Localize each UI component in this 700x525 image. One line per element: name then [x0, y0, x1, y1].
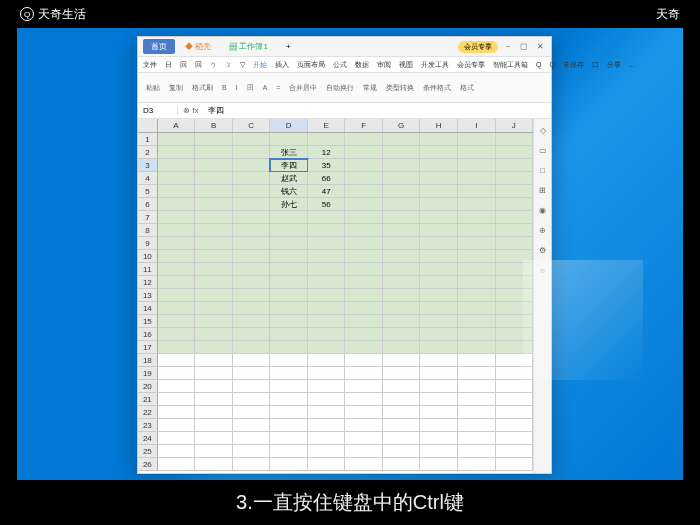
row-header-23[interactable]: 23	[138, 419, 158, 432]
cell-E21[interactable]	[308, 393, 346, 406]
row-header-26[interactable]: 26	[138, 458, 158, 471]
menu-item-17[interactable]: Q	[536, 61, 541, 68]
cell-F13[interactable]	[345, 289, 383, 302]
cell-A18[interactable]	[158, 354, 196, 367]
row-header-2[interactable]: 2	[138, 146, 158, 159]
cell-F3[interactable]	[345, 159, 383, 172]
cell-J24[interactable]	[496, 432, 533, 445]
toolbar-item-8[interactable]: 合并居中	[286, 83, 320, 93]
row-header-22[interactable]: 22	[138, 406, 158, 419]
cell-A15[interactable]	[158, 315, 196, 328]
cell-I6[interactable]	[458, 198, 496, 211]
cell-H14[interactable]	[420, 302, 458, 315]
cell-F19[interactable]	[345, 367, 383, 380]
cell-A1[interactable]	[158, 133, 196, 146]
menu-item-2[interactable]: 回	[180, 60, 187, 70]
cell-I11[interactable]	[458, 263, 496, 276]
panel-icon-3[interactable]: ⊞	[537, 184, 549, 196]
toolbar-item-11[interactable]: 类型转换	[383, 83, 417, 93]
cell-J26[interactable]	[496, 458, 533, 471]
cell-B24[interactable]	[195, 432, 233, 445]
cell-J1[interactable]	[496, 133, 533, 146]
cell-reference-box[interactable]: D3	[138, 106, 178, 115]
row-header-13[interactable]: 13	[138, 289, 158, 302]
cell-E2[interactable]: 12	[308, 146, 346, 159]
cell-D16[interactable]	[270, 328, 308, 341]
cell-E6[interactable]: 56	[308, 198, 346, 211]
cell-G15[interactable]	[383, 315, 421, 328]
cell-E14[interactable]	[308, 302, 346, 315]
cell-B4[interactable]	[195, 172, 233, 185]
cell-E18[interactable]	[308, 354, 346, 367]
cell-A22[interactable]	[158, 406, 196, 419]
cell-A26[interactable]	[158, 458, 196, 471]
cell-E24[interactable]	[308, 432, 346, 445]
menu-item-19[interactable]: 未保存	[563, 60, 584, 70]
cell-B15[interactable]	[195, 315, 233, 328]
cell-C11[interactable]	[233, 263, 271, 276]
cell-F5[interactable]	[345, 185, 383, 198]
cell-B1[interactable]	[195, 133, 233, 146]
column-header-B[interactable]: B	[195, 119, 233, 132]
cell-F11[interactable]	[345, 263, 383, 276]
cell-J15[interactable]	[496, 315, 533, 328]
column-header-E[interactable]: E	[308, 119, 346, 132]
cell-H5[interactable]	[420, 185, 458, 198]
cell-B17[interactable]	[195, 341, 233, 354]
cell-I5[interactable]	[458, 185, 496, 198]
cell-A19[interactable]	[158, 367, 196, 380]
toolbar-item-1[interactable]: 复制	[166, 83, 186, 93]
cell-D5[interactable]: 钱六	[270, 185, 308, 198]
row-header-18[interactable]: 18	[138, 354, 158, 367]
toolbar-item-4[interactable]: I	[233, 84, 241, 91]
cell-I12[interactable]	[458, 276, 496, 289]
menu-item-1[interactable]: 日	[165, 60, 172, 70]
cell-D15[interactable]	[270, 315, 308, 328]
panel-icon-4[interactable]: ◉	[537, 204, 549, 216]
cell-I26[interactable]	[458, 458, 496, 471]
formula-input[interactable]: 李四	[203, 105, 551, 116]
cell-G16[interactable]	[383, 328, 421, 341]
cell-H2[interactable]	[420, 146, 458, 159]
cell-A5[interactable]	[158, 185, 196, 198]
cell-G17[interactable]	[383, 341, 421, 354]
cell-C5[interactable]	[233, 185, 271, 198]
cell-C22[interactable]	[233, 406, 271, 419]
cell-J13[interactable]	[496, 289, 533, 302]
menu-item-3[interactable]: 回	[195, 60, 202, 70]
cell-F23[interactable]	[345, 419, 383, 432]
panel-icon-0[interactable]: ◇	[537, 124, 549, 136]
cell-J19[interactable]	[496, 367, 533, 380]
cell-B9[interactable]	[195, 237, 233, 250]
cell-C14[interactable]	[233, 302, 271, 315]
cell-F2[interactable]	[345, 146, 383, 159]
cell-D4[interactable]: 赵武	[270, 172, 308, 185]
cell-J12[interactable]	[496, 276, 533, 289]
cell-F26[interactable]	[345, 458, 383, 471]
cell-G14[interactable]	[383, 302, 421, 315]
minimize-icon[interactable]: −	[502, 41, 514, 53]
cell-B18[interactable]	[195, 354, 233, 367]
cell-G1[interactable]	[383, 133, 421, 146]
cell-J6[interactable]	[496, 198, 533, 211]
cell-H12[interactable]	[420, 276, 458, 289]
cell-C7[interactable]	[233, 211, 271, 224]
cell-A16[interactable]	[158, 328, 196, 341]
cell-J10[interactable]	[496, 250, 533, 263]
cell-E8[interactable]	[308, 224, 346, 237]
cell-B12[interactable]	[195, 276, 233, 289]
cell-B10[interactable]	[195, 250, 233, 263]
cell-I23[interactable]	[458, 419, 496, 432]
close-icon[interactable]: ✕	[534, 41, 546, 53]
cell-D21[interactable]	[270, 393, 308, 406]
cell-D18[interactable]	[270, 354, 308, 367]
cell-F8[interactable]	[345, 224, 383, 237]
cell-F1[interactable]	[345, 133, 383, 146]
cell-E4[interactable]: 66	[308, 172, 346, 185]
cell-F24[interactable]	[345, 432, 383, 445]
cell-J22[interactable]	[496, 406, 533, 419]
toolbar-item-2[interactable]: 格式刷	[189, 83, 216, 93]
cell-D26[interactable]	[270, 458, 308, 471]
cell-H3[interactable]	[420, 159, 458, 172]
cell-I14[interactable]	[458, 302, 496, 315]
